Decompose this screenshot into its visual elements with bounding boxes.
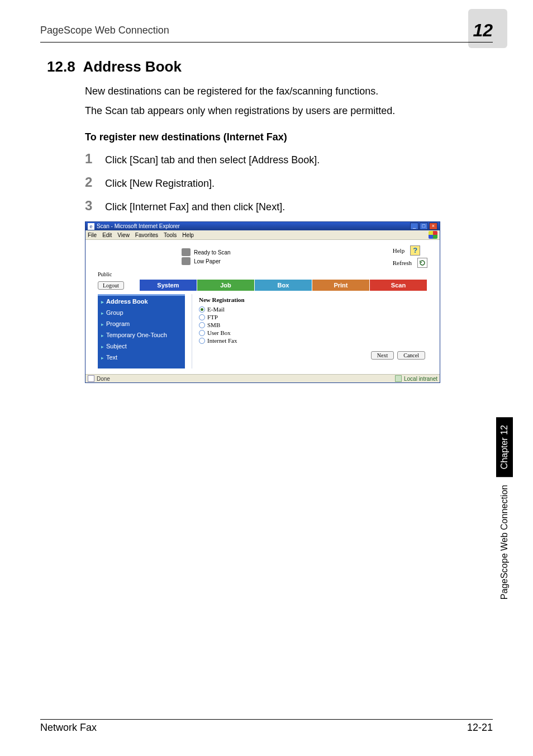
page-header: PageScope Web Connection 12	[40, 20, 493, 42]
ie-icon: e	[88, 223, 94, 230]
browser-titlebar: e Scan - Microsoft Internet Explorer _ □…	[85, 222, 440, 230]
step-3-number: 3	[85, 198, 105, 214]
pane-title: New Registration	[199, 296, 427, 303]
sidebar-item-group[interactable]: Group	[101, 309, 182, 316]
tab-job[interactable]: Job	[197, 280, 255, 291]
menu-edit[interactable]: Edit	[102, 232, 112, 238]
refresh-link[interactable]: Refresh	[393, 259, 412, 266]
status-lowpaper: Low Paper	[194, 258, 221, 264]
minimize-button[interactable]: _	[410, 223, 418, 230]
footer-left: Network Fax	[40, 722, 97, 734]
radio-internet-fax-label: Internet Fax	[207, 337, 237, 344]
header-chapter-number: 12	[473, 20, 493, 41]
radio-email[interactable]	[199, 306, 205, 313]
next-button[interactable]: Next	[371, 351, 394, 360]
step-2: 2 Click [New Registration].	[85, 174, 493, 190]
radio-row-email[interactable]: E-Mail	[199, 305, 427, 313]
tab-system[interactable]: System	[140, 280, 197, 291]
tab-print[interactable]: Print	[312, 280, 370, 291]
menu-favorites[interactable]: Favorites	[135, 232, 158, 238]
radio-row-ftp[interactable]: FTP	[199, 313, 427, 321]
tray-icon	[182, 257, 191, 265]
public-label: Public	[98, 271, 440, 277]
radio-row-user-box[interactable]: User Box	[199, 329, 427, 337]
step-3: 3 Click [Internet Fax] and then click [N…	[85, 198, 493, 214]
menu-tools[interactable]: Tools	[164, 232, 177, 238]
close-button[interactable]: ×	[429, 223, 437, 230]
browser-statusbar: Done Local intranet	[85, 374, 440, 382]
radio-user-box[interactable]	[199, 330, 205, 336]
tab-scan[interactable]: Scan	[370, 280, 427, 291]
menu-view[interactable]: View	[117, 232, 130, 238]
side-tab-chapter: Chapter 12	[496, 417, 513, 477]
browser-title: Scan - Microsoft Internet Explorer	[97, 223, 180, 229]
scan-sidebar: Address Book Group Program Temporary One…	[98, 294, 185, 368]
radio-smb-label: SMB	[207, 322, 220, 328]
status-zone: Local intranet	[404, 376, 437, 382]
sidebar-item-text[interactable]: Text	[101, 354, 182, 361]
step-3-text: Click [Internet Fax] and then click [Nex…	[105, 201, 285, 213]
menu-file[interactable]: File	[88, 232, 97, 238]
radio-ftp[interactable]	[199, 314, 205, 320]
side-tab: Chapter 12 PageScope Web Connection	[496, 417, 513, 607]
step-1: 1 Click [Scan] tab and then select [Addr…	[85, 151, 493, 167]
step-2-number: 2	[85, 174, 105, 190]
page-footer: Network Fax 12-21	[40, 719, 493, 734]
footer-right: 12-21	[467, 722, 493, 734]
radio-row-smb[interactable]: SMB	[199, 321, 427, 329]
subheading: To register new destinations (Internet F…	[85, 131, 493, 143]
section-number: 12.8	[47, 58, 75, 75]
paragraph-2: The Scan tab appears only when registrat…	[85, 104, 493, 118]
radio-smb[interactable]	[199, 322, 205, 328]
radio-row-internet-fax[interactable]: Internet Fax	[199, 337, 427, 344]
radio-internet-fax[interactable]	[199, 338, 205, 344]
step-2-text: Click [New Registration].	[105, 178, 215, 190]
header-left-text: PageScope Web Connection	[40, 25, 169, 36]
paragraph-1: New destinations can be registered for t…	[85, 84, 493, 98]
step-1-number: 1	[85, 151, 105, 167]
section-heading: 12.8Address Book	[47, 58, 493, 75]
side-tab-name: PageScope Web Connection	[496, 477, 513, 607]
menu-help[interactable]: Help	[182, 232, 194, 238]
sidebar-item-temporary-one-touch[interactable]: Temporary One-Touch	[101, 332, 182, 338]
sidebar-item-subject[interactable]: Subject	[101, 343, 182, 349]
intranet-zone-icon	[395, 375, 402, 382]
refresh-icon[interactable]	[417, 258, 427, 268]
help-icon[interactable]: ?	[410, 245, 420, 256]
sidebar-item-program[interactable]: Program	[101, 320, 182, 327]
status-ready: Ready to Scan	[194, 249, 231, 256]
browser-window: e Scan - Microsoft Internet Explorer _ □…	[85, 221, 440, 383]
radio-user-box-label: User Box	[207, 329, 231, 336]
status-done: Done	[97, 376, 110, 382]
printer-icon	[182, 248, 191, 256]
maximize-button[interactable]: □	[420, 223, 428, 230]
help-link[interactable]: Help	[393, 247, 404, 254]
step-1-text: Click [Scan] tab and then select [Addres…	[105, 154, 320, 166]
radio-ftp-label: FTP	[207, 314, 218, 320]
logout-button[interactable]: Logout	[98, 281, 124, 290]
browser-menubar: File Edit View Favorites Tools Help	[85, 230, 440, 240]
cancel-button[interactable]: Cancel	[397, 351, 425, 360]
section-title-text: Address Book	[83, 58, 182, 75]
document-icon	[88, 375, 94, 382]
main-pane: New Registration E-Mail FTP SMB	[192, 294, 427, 368]
radio-email-label: E-Mail	[207, 306, 225, 313]
printer-status-area: Ready to Scan Low Paper	[182, 248, 231, 265]
sidebar-item-address-book[interactable]: Address Book	[101, 298, 182, 305]
tab-box[interactable]: Box	[255, 280, 312, 291]
windows-logo-icon	[429, 231, 437, 239]
